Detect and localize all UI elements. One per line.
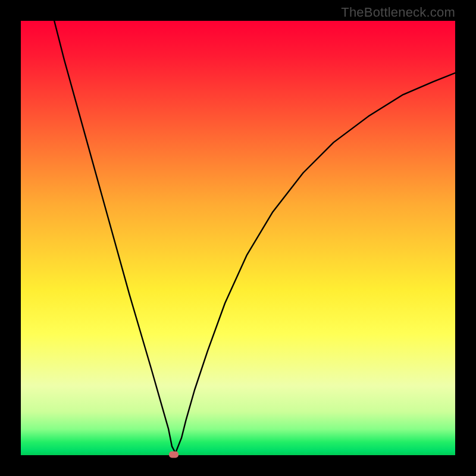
minimum-marker (169, 451, 178, 458)
data-curve (54, 21, 455, 453)
watermark-text: TheBottleneck.com (341, 5, 455, 20)
plot-area (21, 21, 455, 455)
chart-frame: TheBottleneck.com (0, 0, 476, 476)
chart-svg (21, 21, 455, 455)
